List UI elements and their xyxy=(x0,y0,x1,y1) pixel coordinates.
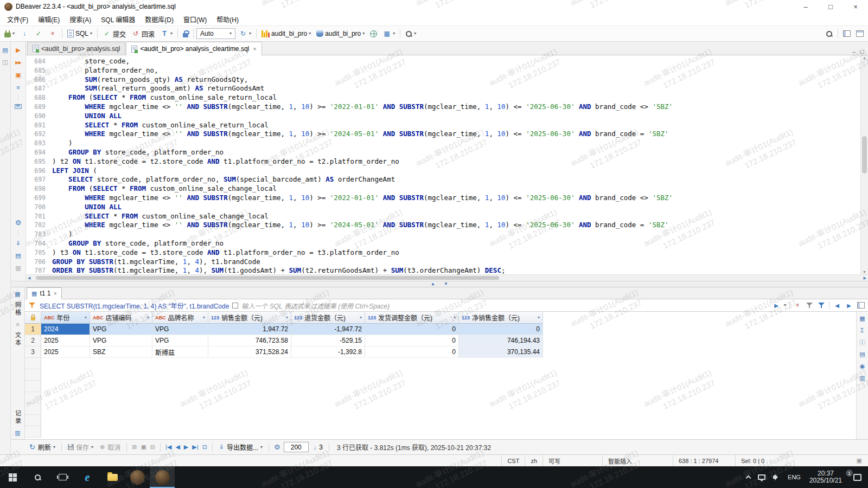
column-header[interactable]: ABC年份▾ xyxy=(41,312,90,324)
column-header[interactable]: 123销售金额（元)▾ xyxy=(208,312,291,324)
row-number[interactable]: 1 xyxy=(25,324,41,335)
custom-filter-icon[interactable] xyxy=(817,301,826,310)
empty-row-number[interactable] xyxy=(25,403,41,415)
quick-search-button[interactable] xyxy=(824,29,835,39)
rollback-file-button[interactable]: × xyxy=(46,28,59,40)
cell[interactable]: 746,194.43 xyxy=(459,335,543,346)
references-panel-icon[interactable]: ◉ xyxy=(859,362,866,370)
execute-script-icon[interactable]: ▶▶ xyxy=(14,59,23,66)
history-forward-icon[interactable]: ▶ xyxy=(845,301,853,310)
editor-layout-button[interactable] xyxy=(854,29,866,38)
cell[interactable]: VPG xyxy=(152,335,208,346)
grid-view-icon[interactable]: ▦ xyxy=(13,290,23,298)
tx-history-button[interactable]: ↻▾ xyxy=(237,28,253,40)
column-menu-icon[interactable]: ▾ xyxy=(538,315,540,320)
status-caret-position[interactable]: 638 : 1 : 27974 xyxy=(673,455,735,466)
clear-filter-icon[interactable]: × xyxy=(793,301,802,310)
commit-button[interactable]: ✓提交 xyxy=(100,28,128,40)
project-explorer-icon[interactable]: ◫ xyxy=(2,58,9,66)
menu-item[interactable]: 搜索(A) xyxy=(65,13,96,25)
open-file-icon[interactable]: ▥ xyxy=(14,264,23,272)
database-navigator-icon[interactable]: ▤ xyxy=(2,46,9,54)
refresh-button[interactable]: ↻ 刷新 ▾ xyxy=(27,441,57,453)
minimize-view-icon[interactable]: – xyxy=(852,48,856,55)
cell[interactable]: VPG xyxy=(90,335,152,346)
perspective-button[interactable] xyxy=(841,29,853,38)
expand-filter-icon[interactable] xyxy=(232,303,238,309)
column-header[interactable]: 123退货金额（元)▾ xyxy=(291,312,365,324)
column-menu-icon[interactable]: ▾ xyxy=(203,315,205,320)
code-line[interactable]: 696LEFT JOIN ( xyxy=(26,166,860,176)
column-header[interactable]: 123发货调整金额（元)▾ xyxy=(365,312,459,324)
code-line[interactable]: 706GROUP BY SUBSTR(t1.mgclearTime, 1, 4)… xyxy=(26,258,860,267)
maximize-view-icon[interactable]: □ xyxy=(860,48,864,55)
menu-item[interactable]: 帮助(H) xyxy=(212,13,244,25)
collapse-up-icon[interactable]: ▲ xyxy=(431,282,435,286)
code-line[interactable]: 690 UNION ALL xyxy=(26,112,860,121)
export-button[interactable]: ⇓ 导出数据... ▾ xyxy=(217,441,264,453)
calc-panel-icon[interactable]: Σ xyxy=(859,326,866,334)
add-row-icon[interactable]: ⊞ xyxy=(131,444,137,451)
scroll-up-icon[interactable]: ▲ xyxy=(861,56,868,60)
cell[interactable]: -529.15 xyxy=(291,335,365,346)
last-row-icon[interactable]: ▶| xyxy=(192,444,199,451)
row-number[interactable]: 2 xyxy=(25,335,41,346)
code-line[interactable]: 707ORDER BY SUBSTR(t1.mgclearTime, 1, 4)… xyxy=(26,266,860,274)
cell[interactable]: SBZ xyxy=(90,346,152,358)
sql-editor-menu-button[interactable]: SQL ▾ xyxy=(65,28,94,39)
metadata-panel-icon[interactable]: ⓘ xyxy=(859,338,866,346)
cell[interactable]: 斯搏兹 xyxy=(152,346,208,358)
output-icon[interactable] xyxy=(15,104,22,109)
goto-row-icon[interactable]: ⊡ xyxy=(202,444,208,451)
empty-row-number[interactable] xyxy=(25,358,41,369)
column-menu-icon[interactable]: ▾ xyxy=(360,315,362,320)
commit-mode-select[interactable]: Auto▾ xyxy=(196,28,235,39)
cancel-button[interactable]: ⊗ 取消 xyxy=(98,441,122,453)
tray-expand-button[interactable] xyxy=(743,466,754,488)
menu-item[interactable]: 编辑(E) xyxy=(33,13,65,25)
code-line[interactable]: 698 FROM (SELECT * FROM custom_online_sa… xyxy=(26,184,860,194)
diagram-button[interactable]: ▦▾ xyxy=(380,28,397,40)
cell[interactable]: 0 xyxy=(365,324,459,335)
code-line[interactable]: 689 WHERE mgclear_time <> '' AND SUBSTR(… xyxy=(26,102,860,112)
code-line[interactable]: 684 store_code, xyxy=(26,57,860,66)
notifications-icon[interactable]: ▣ xyxy=(856,457,863,464)
export-file-icon[interactable]: ⇓ xyxy=(14,239,23,247)
settings-gear-icon[interactable]: ⚙ xyxy=(14,219,23,226)
input-language-button[interactable]: ENG xyxy=(784,466,805,488)
tab-close-icon[interactable]: × xyxy=(53,290,56,297)
collapse-down-icon[interactable]: ▼ xyxy=(444,282,448,286)
scrollbar-thumb[interactable] xyxy=(862,136,867,174)
cell[interactable]: 2025 xyxy=(41,346,90,358)
fetch-next-button[interactable]: ↓ 3 xyxy=(311,442,324,452)
code-line[interactable]: 693 ) xyxy=(26,139,860,148)
transaction-log-button[interactable]: T▾ xyxy=(158,28,175,40)
execute-query-icon[interactable]: ▶ xyxy=(14,46,23,54)
taskbar-app-ie[interactable]: e xyxy=(75,466,100,488)
text-view-icon[interactable]: ≡ xyxy=(13,320,23,328)
panel-toggle-icon[interactable] xyxy=(857,301,865,310)
close-button[interactable]: × xyxy=(843,0,868,13)
empty-row-number[interactable] xyxy=(25,415,41,426)
apply-filter-icon[interactable]: ▶ xyxy=(772,301,781,310)
tab-close-icon[interactable]: × xyxy=(253,46,256,52)
first-row-icon[interactable]: |◀ xyxy=(165,444,172,451)
filter-placeholder[interactable]: 输入一个 SQL 表达式来过滤结果 (使用 Ctrl+Space) xyxy=(241,301,769,310)
vertical-scrollbar[interactable]: ▲ ▼ xyxy=(860,55,868,274)
code-line[interactable]: 685 platform_order_no, xyxy=(26,66,860,75)
cell[interactable]: 746,723.58 xyxy=(208,335,291,346)
record-mode-label[interactable]: 记录 xyxy=(14,410,22,425)
prev-row-icon[interactable]: ◀ xyxy=(175,444,180,451)
cell[interactable]: -1,392.8 xyxy=(291,346,365,358)
task-view-button[interactable] xyxy=(50,466,75,488)
code-line[interactable]: 701 SELECT * FROM custom_online_sale_cha… xyxy=(26,212,860,221)
settings-gear-icon[interactable]: ⚙ xyxy=(273,443,281,451)
code-line[interactable]: 703 ) xyxy=(26,230,860,239)
cell[interactable]: 2024 xyxy=(41,324,90,335)
taskbar-app-explorer[interactable] xyxy=(100,466,125,488)
empty-row-number[interactable] xyxy=(25,381,41,392)
code-editor[interactable]: 684 store_code,685 platform_order_no,686… xyxy=(26,55,860,274)
rollback-button[interactable]: ↺回滚 xyxy=(129,28,157,40)
duplicate-row-icon[interactable]: ▣ xyxy=(140,444,146,451)
code-line[interactable]: 697 SELECT store_code, platform_order_no… xyxy=(26,175,860,184)
